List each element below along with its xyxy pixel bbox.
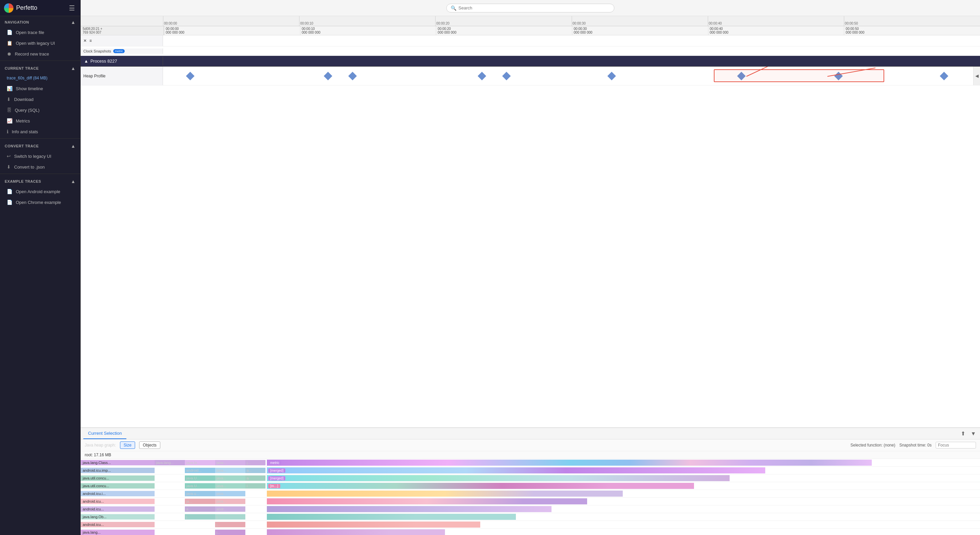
flame-cell-c3-4: java... [215,491,245,496]
ruler-tick-3: 00:00:30 [572,16,708,26]
sidebar-item-switch-legacy[interactable]: ↩ Switch to legacy UI [0,151,80,161]
panel-scroll-top-btn[interactable]: ⬆ [959,429,967,438]
sidebar-item-open-legacy-ui[interactable]: 📋 Open with legacy UI [0,38,80,48]
heap-diamond-8[interactable] [940,72,948,80]
panel-tabs: Current Selection ⬆ ▼ [81,428,980,439]
track-tools-content [163,35,980,46]
navigation-section-header[interactable]: Navigation ▲ [0,16,80,27]
current-trace-section-header[interactable]: Current Trace ▲ [0,62,80,73]
flame-cell-c2-2: java.U... [185,476,215,481]
heap-diamond-3[interactable] [478,72,486,80]
convert-trace-section-header[interactable]: Convert trace ▲ [0,140,80,151]
flame-cell-c1-3 [154,485,185,487]
flame-cell-c3-1: java... [215,468,245,473]
flame-row-3[interactable]: java.util.concu... java.U... java... i [81,482,980,490]
sidebar-item-open-android[interactable]: 📄 Open Android example [0,186,80,197]
show-timeline-label: Show timeline [16,86,43,91]
flame-cell-c4-5 [245,501,266,502]
example-traces-chevron: ▲ [71,179,76,184]
flame-row-6[interactable]: android.icu... a... andr... [81,505,980,513]
main-area: 🔍 00:00:00 00:00:10 00:00:20 00:00:30 00… [81,0,980,535]
heap-diamond-2[interactable] [348,72,356,80]
sidebar-item-query-sql[interactable]: 🗄 Query (SQL) [0,105,80,115]
panel-tab-actions: ⬆ ▼ [959,429,977,438]
info-stats-icon: ℹ [7,129,8,134]
flame-row-7[interactable]: java.lang.Ob... j... j... [81,513,980,521]
sub-tick-3-l1: 00:00:20 [438,27,571,30]
flame-cell-bar-9 [266,529,980,535]
heap-diamond-1[interactable] [324,72,332,80]
time-label-line2: 769 924 007 [83,30,162,34]
heap-diamond-6[interactable] [737,72,745,80]
objects-button[interactable]: Objects [139,441,160,449]
sidebar-item-open-chrome[interactable]: 📄 Open Chrome example [0,197,80,208]
process-label-text: Process 8227 [91,59,117,64]
current-trace-chevron: ▲ [71,65,76,71]
merged-badge-0: metric [268,461,281,465]
clock-snapshot-label: Clock Snapshots metric [81,48,163,54]
process-header-row: ▲ Process 8227 [81,56,980,67]
app-title: Perfetto [16,4,68,11]
ruler-tick-4: 00:00:40 [708,16,844,26]
track-tools-label: ✕ ≡ [81,35,163,46]
sub-tick-5-l1: 00:00:40 [710,27,843,30]
sidebar-item-record-new-trace[interactable]: ⏺ Record new trace [0,48,80,59]
flame-row-8[interactable]: android.icu... j... [81,521,980,529]
root-size: root: 17.16 MB [81,451,980,459]
merged-badge-3: [m…] [268,484,280,488]
flame-row-4[interactable]: android.icu.i... java.u... java... [81,490,980,498]
sidebar-item-download[interactable]: ⬇ Download [0,94,80,105]
example-traces-section-header[interactable]: Example Traces ▲ [0,175,80,186]
heap-diamond-4[interactable] [502,72,511,80]
sub-tick-4-l2: 000 000 000 [574,30,707,34]
flame-cell-bar-5 [266,498,980,505]
open-android-icon: 📄 [7,189,13,194]
track-tools-row: ✕ ≡ [81,35,980,46]
flame-row-5[interactable]: android.icu... ja... java... [81,498,980,505]
bottom-panel: Current Selection ⬆ ▼ Java heap graph: S… [81,427,980,535]
heap-diamond-5[interactable] [607,72,616,80]
flame-cell-c3-8: j... [215,522,245,527]
sub-tick-3-l2: 000 000 000 [438,30,571,34]
heap-profile-content[interactable]: 选择这两组进行比较 [163,67,973,85]
flame-row-0[interactable]: java.lang.Class... java.lang... java.la.… [81,459,980,467]
heap-diamond-0[interactable] [186,72,194,80]
annotation-line-2 [827,68,875,77]
sub-tick-1-l1: 00:00:00 [166,27,299,30]
sidebar-item-open-trace-file[interactable]: 📄 Open trace file [0,27,80,38]
sidebar-item-metrics[interactable]: 📈 Metrics [0,115,80,126]
open-trace-file-label: Open trace file [16,30,45,35]
focus-input[interactable] [935,442,976,449]
sidebar-item-info-stats[interactable]: ℹ Info and stats [0,126,80,137]
record-trace-icon: ⏺ [7,51,11,56]
flame-cell-c2-5: ja... [185,499,215,504]
heap-diamond-7[interactable] [834,72,843,80]
flame-cell-c2-9 [185,532,215,533]
process-header-label[interactable]: ▲ Process 8227 [81,56,163,65]
current-selection-tab[interactable]: Current Selection [83,428,126,439]
sidebar-item-show-timeline[interactable]: 📊 Show timeline [0,83,80,94]
flame-cell-c1-5 [154,501,185,502]
flame-cell-c4-0: j... [245,460,266,465]
size-button[interactable]: Size [120,441,135,449]
heap-profile-text: Heap Profile [83,74,105,78]
flame-row-9[interactable]: java.lang... j... [81,529,980,535]
sidebar-header: Perfetto ☰ [0,0,80,16]
scroll-right-indicator[interactable]: ◀ [973,67,980,85]
close-tracks-icon[interactable]: ✕ [83,38,87,43]
download-icon: ⬇ [7,97,11,102]
hamburger-button[interactable]: ☰ [68,3,76,13]
snapshot-time-label: Snapshot time: 0s [899,443,932,447]
flame-row-2[interactable]: java.util.concu... java.U... java... a [81,474,980,482]
expand-tracks-icon[interactable]: ≡ [89,38,92,43]
flame-cell-name-2: java.util.concu... [81,476,154,481]
sidebar-item-convert-json[interactable]: ⬇ Convert to .json [0,161,80,172]
flame-cell-name-7: java.lang.Ob... [81,514,154,519]
clock-snapshots-row: Clock Snapshots metric [81,46,980,56]
flame-row-1[interactable]: android.icu.imp... android... java... a.… [81,467,980,474]
flame-cell-name-1: android.icu.imp... [81,468,154,473]
panel-collapse-btn[interactable]: ▼ [969,429,977,438]
current-trace-label: Current Trace [5,66,39,70]
search-input[interactable] [458,5,610,10]
flame-cell-c3-3: java... [215,483,245,489]
